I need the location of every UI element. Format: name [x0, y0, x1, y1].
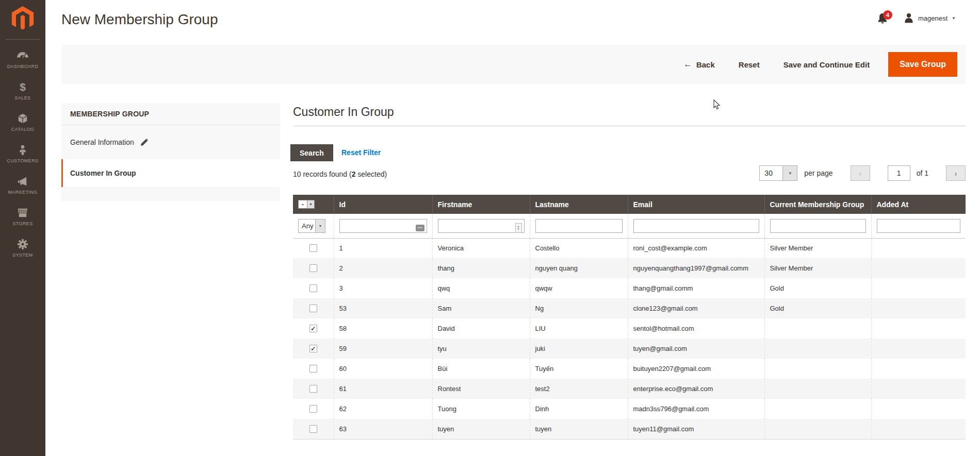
save-and-continue-button[interactable]: Save and Continue Edit	[783, 60, 870, 69]
reset-button-label: Reset	[739, 60, 760, 69]
sidebar-item-label: SALES	[14, 95, 30, 100]
filter-id-input[interactable]	[339, 219, 427, 233]
column-header-email[interactable]: Email	[628, 195, 764, 214]
column-header-membership[interactable]: Current Membership Group	[764, 195, 871, 214]
chevron-down-icon: ▼	[782, 166, 797, 180]
grid-filter-row: Any ▼	[293, 214, 966, 238]
row-checkbox[interactable]	[309, 305, 317, 312]
filter-any-select[interactable]: Any ▼	[298, 219, 325, 233]
cell-membership: Gold	[764, 278, 871, 298]
cell-lastname: nguyen quang	[530, 258, 628, 278]
chevron-down-icon: ▼	[315, 219, 325, 232]
chevron-down-icon: ▼	[952, 16, 956, 21]
cell-id: 60	[334, 359, 432, 379]
dashboard-gauge-icon	[17, 50, 29, 61]
column-header-firstname[interactable]: Firstname	[432, 195, 530, 214]
sidebar-item-label: STORES	[12, 221, 32, 226]
reset-filter-link[interactable]: Reset Filter	[341, 148, 381, 157]
cell-membership	[764, 399, 871, 419]
previous-page-button[interactable]: ‹	[851, 165, 870, 181]
next-page-button[interactable]: ›	[946, 165, 966, 181]
reset-button[interactable]: Reset	[739, 60, 760, 69]
tab-customer-in-group[interactable]: Customer In Group	[61, 159, 280, 187]
notifications-button[interactable]: 4	[877, 12, 892, 27]
filter-added-at-input[interactable]	[877, 219, 961, 233]
sidebar-item-system[interactable]: SYSTEM	[0, 232, 45, 264]
row-select-cell	[293, 359, 334, 379]
system-gear-icon	[17, 239, 28, 250]
cell-firstname: Tuong	[432, 399, 530, 419]
cell-firstname: Veronica	[432, 238, 530, 258]
cell-membership	[764, 379, 871, 399]
cell-id: 58	[334, 318, 432, 339]
numeric-keypad-icon	[416, 225, 424, 231]
cell-added-at	[871, 359, 966, 379]
filter-firstname-input[interactable]	[438, 219, 525, 233]
row-checkbox[interactable]	[309, 264, 317, 272]
cell-lastname: test2	[530, 379, 628, 399]
records-prefix: 10 records found (	[293, 170, 352, 178]
filter-type-cell: Any ▼	[293, 214, 334, 238]
sidebar-item-label: CATALOG	[11, 127, 34, 132]
cell-firstname: Bùi	[432, 359, 530, 379]
table-row: 3 qwq qwqw thang@gmail.comm Gold	[293, 278, 966, 298]
filter-membership-input[interactable]	[770, 219, 866, 233]
cell-lastname: Costello	[530, 238, 628, 258]
cell-lastname: Ng	[530, 298, 628, 318]
save-group-button[interactable]: Save Group	[888, 52, 957, 77]
row-select-cell	[293, 298, 334, 318]
row-checkbox[interactable]	[309, 405, 317, 413]
cell-firstname: qwq	[432, 278, 530, 298]
pagination-bar: 30 ▼ per page ‹ of 1 ›	[759, 165, 966, 181]
customer-grid: - ▼ Id Firstname Lastname Email Current …	[293, 195, 966, 440]
page-number-input[interactable]	[888, 165, 910, 181]
account-menu[interactable]: magenest ▼	[904, 12, 956, 24]
cell-membership: Gold	[764, 298, 871, 318]
back-button[interactable]: ← Back	[683, 59, 715, 70]
per-page-label: per page	[804, 169, 832, 177]
per-page-select[interactable]: 30 ▼	[759, 165, 797, 181]
row-checkbox[interactable]: ✓	[309, 345, 317, 352]
heading-divider	[293, 126, 966, 126]
mass-select-header: - ▼	[293, 195, 334, 214]
column-header-id[interactable]: Id	[334, 195, 432, 214]
sidebar-item-sales[interactable]: $ SALES	[0, 75, 45, 107]
tab-general-information[interactable]: General Information	[61, 125, 280, 159]
sidebar-item-customers[interactable]: CUSTOMERS	[0, 138, 45, 170]
column-header-lastname[interactable]: Lastname	[530, 195, 628, 214]
row-checkbox[interactable]	[309, 244, 317, 252]
row-checkbox[interactable]	[309, 385, 317, 393]
sidebar-item-stores[interactable]: STORES	[0, 201, 45, 232]
cell-email: tuyen@gmail.com	[628, 339, 764, 359]
cell-email: clone123@gmail.com	[628, 298, 764, 318]
sidebar-item-dashboard[interactable]: DASHBOARD	[0, 44, 45, 75]
cell-added-at	[871, 339, 966, 359]
search-button[interactable]: Search	[290, 144, 333, 161]
row-select-cell	[293, 238, 334, 258]
row-checkbox[interactable]	[309, 425, 317, 433]
mass-select-dropdown[interactable]: - ▼	[298, 200, 315, 209]
table-row: 60 Bùi Tuyến buituyen2207@gmail.com	[293, 359, 966, 379]
cell-firstname: thang	[432, 258, 530, 278]
cell-lastname: qwqw	[530, 278, 628, 298]
cell-lastname: Dinh	[530, 399, 628, 419]
mass-select-value: -	[299, 200, 307, 208]
filter-email-input[interactable]	[633, 219, 759, 233]
notification-count-badge: 4	[883, 10, 892, 20]
table-row: 53 Sam Ng clone123@gmail.com Gold	[293, 298, 966, 318]
filter-membership-cell	[764, 214, 871, 238]
sidebar-item-marketing[interactable]: MARKETING	[0, 170, 45, 201]
row-checkbox[interactable]: ✓	[309, 325, 317, 332]
magento-logo[interactable]	[0, 0, 45, 31]
cell-email: tuyen11@gmail.com	[628, 419, 764, 439]
column-header-added-at[interactable]: Added At	[871, 195, 966, 214]
row-select-cell	[293, 278, 334, 298]
sidebar-item-catalog[interactable]: CATALOG	[0, 107, 45, 138]
filter-lastname-input[interactable]	[535, 219, 623, 233]
row-checkbox[interactable]	[309, 365, 317, 373]
grid-header-row: - ▼ Id Firstname Lastname Email Current …	[293, 195, 966, 214]
cell-lastname: juki	[530, 339, 628, 359]
panel-title: MEMBERSHIP GROUP	[61, 103, 280, 125]
row-checkbox[interactable]	[309, 284, 317, 292]
panel-footer	[61, 187, 280, 201]
